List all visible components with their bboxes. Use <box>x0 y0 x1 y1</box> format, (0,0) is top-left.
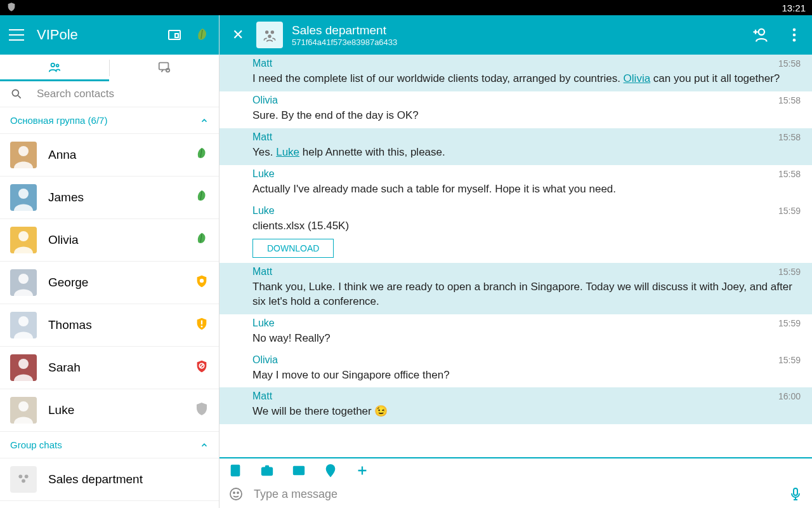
svg-point-3 <box>56 64 59 67</box>
avatar <box>10 354 37 381</box>
svg-point-25 <box>25 474 29 478</box>
message: Matt15:58Yes. Luke help Annette with thi… <box>219 128 812 165</box>
message-text: Sure. By the end of the day is OK? <box>252 109 803 123</box>
message-sender: Matt <box>252 391 803 402</box>
contact-item[interactable]: Thomas <box>0 304 219 347</box>
svg-point-5 <box>166 69 170 72</box>
avatar <box>10 397 37 424</box>
status-icon <box>195 359 209 376</box>
message-time: 15:58 <box>778 58 801 69</box>
attach-file-icon[interactable] <box>228 464 242 478</box>
contact-item[interactable]: Olivia <box>0 219 219 262</box>
search-icon <box>10 88 23 100</box>
menu-button[interactable] <box>9 29 24 41</box>
status-icon <box>195 274 209 291</box>
svg-point-30 <box>759 29 764 35</box>
message: Luke15:58Actually I've already made such… <box>219 165 812 202</box>
mic-icon[interactable] <box>788 486 803 502</box>
message: Olivia15:59May I move to our Singapore o… <box>219 351 812 388</box>
contact-name: Thomas <box>48 318 183 332</box>
message-time: 15:59 <box>778 267 801 277</box>
svg-point-17 <box>18 316 29 326</box>
status-icon <box>195 147 209 163</box>
close-chat-button[interactable]: ✕ <box>228 27 247 43</box>
leaf-icon[interactable] <box>195 27 210 43</box>
message-text: Yes. Luke help Annette with this, please… <box>252 145 803 160</box>
main-group-header[interactable]: Основная группа (6/7) <box>0 107 219 134</box>
message-sender: Olivia <box>252 95 803 106</box>
svg-point-27 <box>265 30 268 34</box>
message-text: May I move to our Singapore office then? <box>252 368 803 383</box>
status-bar: 13:21 <box>0 0 812 15</box>
emoji-icon[interactable] <box>228 486 244 502</box>
more-menu-button[interactable] <box>785 26 803 44</box>
contact-name: Sarah <box>48 361 183 375</box>
message-sender: Matt <box>252 266 803 277</box>
chat-header: ✕ Sales department 571f64a41f573e83987a6… <box>219 15 812 55</box>
svg-point-29 <box>268 34 271 37</box>
svg-point-31 <box>793 29 796 32</box>
contact-item[interactable]: George <box>0 262 219 304</box>
message-input[interactable] <box>254 488 778 501</box>
chat-subtitle: 571f64a41f573e83987a6433 <box>292 37 735 47</box>
message-text: No way! Really? <box>252 331 803 346</box>
add-icon[interactable] <box>355 464 369 478</box>
message-sender: Olivia <box>252 354 803 366</box>
message-time: 15:59 <box>778 318 801 328</box>
contact-item[interactable]: Sarah <box>0 347 219 389</box>
mention-link[interactable]: Olivia <box>624 72 651 84</box>
add-member-button[interactable] <box>751 26 769 44</box>
download-button[interactable]: DOWNLOAD <box>252 239 334 258</box>
search-input[interactable] <box>37 88 209 100</box>
contact-name: George <box>48 276 183 290</box>
contact-list[interactable]: AnnaJamesOliviaGeorgeThomasSarahLukeGrou… <box>0 134 219 508</box>
group-chat-item[interactable]: Sales department <box>0 458 219 501</box>
svg-point-24 <box>18 474 22 478</box>
tab-chats[interactable] <box>110 55 219 81</box>
status-icon <box>195 402 209 418</box>
status-icon <box>195 317 209 333</box>
camera-icon[interactable] <box>260 464 274 478</box>
message: Luke15:59No way! Really? <box>219 314 812 351</box>
app-title: VIPole <box>37 27 154 43</box>
contact-item[interactable]: Anna <box>0 134 219 177</box>
message: Matt15:59Thank you, Luke. I think we are… <box>219 263 812 314</box>
message-time: 16:00 <box>778 391 801 401</box>
message-time: 15:58 <box>778 169 801 179</box>
contact-name: Anna <box>48 148 183 162</box>
group-chats-header[interactable]: Group chats <box>0 432 219 458</box>
svg-point-40 <box>230 488 242 500</box>
card-icon[interactable] <box>167 27 182 43</box>
svg-rect-43 <box>794 488 797 495</box>
message-text: We will be there together 😉 <box>252 404 803 419</box>
mention-link[interactable]: Luke <box>276 146 299 158</box>
message-time: 15:59 <box>778 355 801 365</box>
group-chats-label: Group chats <box>10 439 62 450</box>
message-file: clients.xlsx (15.45K) <box>252 219 803 234</box>
sidebar: VIPole Основная группа (6/7) An <box>0 15 219 508</box>
svg-point-36 <box>265 469 269 473</box>
avatar <box>10 269 37 296</box>
compose-area <box>219 457 812 508</box>
avatar <box>10 142 37 168</box>
image-icon[interactable] <box>292 464 306 478</box>
sidebar-tabs <box>0 55 219 81</box>
group-chat-name: Sales department <box>48 472 209 486</box>
svg-point-15 <box>200 279 204 283</box>
svg-point-18 <box>201 326 203 328</box>
message-time: 15:58 <box>778 95 801 105</box>
message-time: 15:59 <box>778 206 801 216</box>
svg-rect-1 <box>175 34 178 37</box>
chevron-up-icon <box>200 441 209 450</box>
svg-point-28 <box>271 30 274 34</box>
status-icon <box>195 189 209 206</box>
contact-name: Luke <box>48 403 183 417</box>
chat-panel: ✕ Sales department 571f64a41f573e83987a6… <box>219 15 812 508</box>
tab-contacts[interactable] <box>0 55 109 81</box>
message-text: Thank you, Luke. I think we are ready to… <box>252 280 803 309</box>
message-sender: Luke <box>252 168 803 180</box>
contact-item[interactable]: James <box>0 177 219 219</box>
message-list[interactable]: Matt15:58I need the complete list of our… <box>219 55 812 457</box>
location-icon[interactable] <box>324 464 337 478</box>
contact-item[interactable]: Luke <box>0 389 219 432</box>
